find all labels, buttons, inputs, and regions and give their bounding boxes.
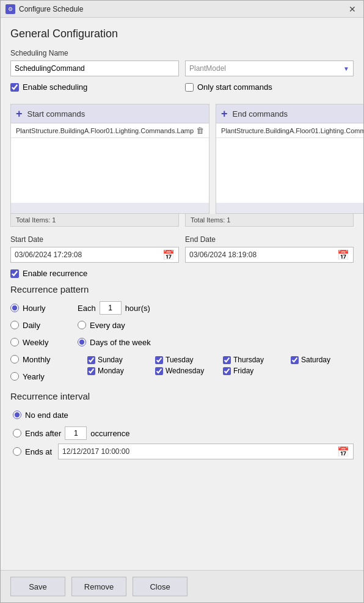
start-date-label: Start Date [10, 235, 179, 244]
configure-schedule-window: ⚙ Configure Schedule ✕ General Configura… [0, 0, 364, 603]
every-day-radio[interactable] [78, 321, 86, 329]
no-end-date-radio[interactable] [13, 411, 21, 419]
monday-checkbox[interactable] [87, 367, 95, 375]
days-of-week-radio[interactable] [78, 338, 86, 346]
end-commands-col: + End commands PlantStructure.BuildingA.… [216, 104, 363, 214]
close-window-button[interactable]: ✕ [346, 3, 359, 15]
window-title: Configure Schedule [19, 5, 346, 13]
sunday-checkbox[interactable] [87, 356, 95, 364]
recurrence-pattern-grid: Hourly Daily Weekly Monthly Yearly [10, 301, 354, 384]
weekly-radio-row: Weekly [10, 335, 71, 349]
days-grid: Sunday Tuesday Thursday Saturday [87, 356, 354, 375]
start-commands-body: PlantStructure.BuildingA.Floor01.Lightin… [11, 123, 209, 203]
footer: Save Remove Close [1, 570, 363, 602]
enable-recurrence-row: Enable recurrence [10, 269, 354, 278]
dropdown-arrow-icon: ▼ [343, 65, 349, 72]
hourly-radio-row: Hourly [10, 301, 71, 315]
saturday-checkbox[interactable] [291, 356, 299, 364]
wednesday-check: Wednesday [155, 367, 218, 375]
end-date-calendar-icon[interactable]: 📅 [336, 249, 351, 261]
friday-checkbox[interactable] [223, 367, 231, 375]
monday-check: Monday [87, 367, 150, 375]
start-date-col: Start Date 03/06/2024 17:29:08 📅 [10, 235, 179, 263]
thursday-checkbox[interactable] [223, 356, 231, 364]
recurrence-details: Each hour(s) Every day Days of the week [71, 301, 354, 384]
every-day-label: Every day [90, 321, 125, 330]
enable-scheduling-label: Enable scheduling [23, 82, 87, 92]
tuesday-check: Tuesday [155, 356, 218, 364]
interval-title: Recurrence interval [10, 391, 354, 401]
days-of-week-radio-row: Days of the week [78, 335, 354, 349]
only-start-commands-label: Only start commands [197, 82, 272, 92]
interval-section: Recurrence interval No end date Ends aft… [10, 391, 354, 459]
titlebar: ⚙ Configure Schedule ✕ [1, 1, 363, 18]
add-end-command-button[interactable]: + [221, 108, 228, 119]
hours-label: hour(s) [125, 304, 150, 313]
monthly-radio[interactable] [10, 355, 19, 364]
yearly-radio-row: Yearly [10, 369, 71, 384]
monthly-radio-row: Monthly [10, 352, 71, 367]
ends-at-label: Ends at [25, 447, 52, 456]
enable-scheduling-checkbox[interactable] [10, 83, 19, 92]
end-date-label: End Date [185, 235, 354, 244]
remove-button[interactable]: Remove [71, 577, 126, 596]
start-commands-label: Start commands [27, 109, 86, 119]
ends-after-radio[interactable] [13, 429, 21, 437]
start-commands-header[interactable]: + Start commands [11, 104, 209, 123]
ends-at-calendar-icon[interactable]: 📅 [336, 446, 351, 458]
weekly-radio[interactable] [10, 338, 19, 346]
save-button[interactable]: Save [10, 577, 65, 596]
start-command-item: PlantStructure.BuildingA.Floor01.Lightin… [11, 123, 209, 138]
start-commands-col: + Start commands PlantStructure.Building… [10, 104, 209, 214]
yearly-label: Yearly [23, 372, 45, 381]
scheduling-name-label: Scheduling Name [10, 49, 354, 57]
enable-recurrence-label: Enable recurrence [23, 269, 87, 278]
enable-scheduling-row: Enable scheduling [10, 82, 179, 92]
no-end-date-row: No end date [13, 407, 354, 422]
date-section: Start Date 03/06/2024 17:29:08 📅 End Dat… [10, 235, 354, 263]
start-date-value: 03/06/2024 17:29:08 [15, 250, 161, 259]
sunday-check: Sunday [87, 356, 150, 364]
ends-after-label: Ends after [25, 429, 61, 438]
thursday-label: Thursday [233, 356, 264, 364]
each-value-input[interactable] [100, 301, 122, 315]
ends-at-radio[interactable] [13, 447, 21, 456]
end-commands-header[interactable]: + End commands [216, 104, 363, 123]
model-dropdown[interactable]: PlantModel ▼ [185, 60, 354, 76]
hourly-label: Hourly [23, 304, 46, 313]
ends-at-value: 12/12/2017 10:00:00 [62, 447, 336, 456]
daily-radio[interactable] [10, 321, 19, 329]
close-button[interactable]: Close [133, 577, 187, 596]
window-icon: ⚙ [5, 4, 15, 14]
end-command-text: PlantStructure.BuildingA.Floor01.Lightin… [221, 127, 363, 134]
end-commands-label: End commands [233, 109, 288, 119]
ends-at-input-wrap: 12/12/2017 10:00:00 📅 [58, 444, 354, 459]
start-command-text: PlantStructure.BuildingA.Floor01.Lightin… [16, 127, 194, 134]
end-date-value: 03/06/2024 18:19:08 [189, 250, 336, 259]
hourly-radio[interactable] [10, 304, 19, 312]
wednesday-checkbox[interactable] [155, 367, 163, 375]
only-start-commands-checkbox[interactable] [185, 83, 194, 92]
total-bar: Total Items: 1 Total Items: 1 [10, 214, 354, 227]
start-date-calendar-icon[interactable]: 📅 [161, 249, 176, 261]
no-end-date-label: No end date [25, 411, 68, 420]
recurrence-pattern-title: Recurrence pattern [10, 284, 354, 294]
commands-section: + Start commands PlantStructure.Building… [10, 104, 354, 214]
ends-after-row: Ends after occurrence [13, 426, 354, 440]
scheduling-name-input[interactable] [10, 60, 179, 76]
recurrence-options: Hourly Daily Weekly Monthly Yearly [10, 301, 71, 384]
enable-recurrence-checkbox[interactable] [10, 269, 19, 278]
saturday-check: Saturday [291, 356, 354, 364]
add-start-command-button[interactable]: + [16, 108, 23, 119]
occurrence-label: occurrence [90, 429, 129, 438]
tuesday-checkbox[interactable] [155, 356, 163, 364]
tuesday-label: Tuesday [166, 356, 194, 364]
yearly-radio[interactable] [10, 372, 19, 381]
delete-start-command-button[interactable]: 🗑 [196, 126, 204, 135]
monday-label: Monday [98, 367, 124, 375]
ends-after-value-input[interactable] [65, 426, 87, 440]
weekly-label: Weekly [23, 338, 48, 347]
sunday-label: Sunday [98, 356, 123, 364]
daily-label: Daily [23, 321, 40, 330]
end-date-col: End Date 03/06/2024 18:19:08 📅 [185, 235, 354, 263]
